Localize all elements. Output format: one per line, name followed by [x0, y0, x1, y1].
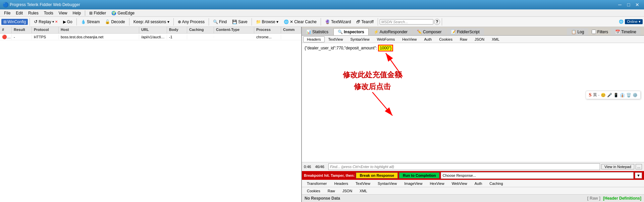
resptab-hexview[interactable]: HexView: [426, 180, 448, 187]
msdn-search-input-area[interactable]: MSDN Search...: [380, 19, 433, 25]
resptab-headers[interactable]: Headers: [331, 180, 352, 187]
toolbar: ⊞ WinConfig ↺ Replay ▾ ✕ ▶ Go 💧 Stream 🔓…: [0, 17, 644, 27]
menu-file[interactable]: File: [1, 10, 13, 16]
menu-rules[interactable]: Rules: [25, 10, 41, 16]
winconfig-button[interactable]: ⊞ WinConfig: [1, 19, 28, 25]
cell-body: -1: [167, 35, 187, 39]
sogou-mic-icon[interactable]: 🎤: [607, 93, 612, 97]
subtab-xml[interactable]: XML: [488, 36, 503, 42]
col-header-contenttype: Content-Type: [214, 27, 254, 33]
statistics-icon: 📊: [306, 30, 311, 34]
sogou-mobile-icon[interactable]: 📱: [613, 93, 619, 97]
status-time: 0:46: [304, 165, 311, 169]
break-on-response-button[interactable]: Break on Response: [356, 172, 398, 178]
subtab-syntaxview[interactable]: SyntaxView: [346, 36, 373, 42]
maximize-button[interactable]: □: [625, 1, 633, 8]
menu-view[interactable]: View: [56, 10, 70, 16]
go-button[interactable]: ▶ Go: [61, 18, 75, 25]
subtab-raw[interactable]: Raw: [456, 36, 471, 42]
keep-sessions-button[interactable]: Keep: All sessions ▾: [131, 18, 172, 25]
find-input[interactable]: [328, 163, 600, 170]
header-definitions-link[interactable]: [Header Definitions]: [603, 196, 641, 201]
subtab-webforms[interactable]: WebForms: [373, 36, 399, 42]
sogou-settings-icon[interactable]: ⚙️: [633, 93, 638, 97]
tab-composer[interactable]: ✏️ Composer: [413, 28, 446, 35]
resptab-transformer[interactable]: Transformer: [303, 180, 331, 187]
col-header-num: #: [0, 27, 12, 33]
raw-link[interactable]: [ Raw ]: [587, 196, 600, 201]
sogou-input-bar: S 英 · 😊 🎤 📱 👔 🗑️ ⚙️: [586, 91, 641, 99]
toolbar-sep-2: [76, 18, 77, 26]
any-process-button[interactable]: ⊕ Any Process: [175, 18, 207, 25]
sogou-lang-icon[interactable]: 英: [593, 92, 597, 98]
run-to-completion-button[interactable]: Run to Completion: [399, 172, 439, 178]
browse-button[interactable]: 📁 Browse ▾: [254, 18, 281, 25]
sogou-emoji-icon[interactable]: 😊: [601, 93, 606, 97]
stream-button[interactable]: 💧 Stream: [78, 18, 102, 25]
svg-line-1: [386, 53, 402, 77]
tab-statistics[interactable]: 📊 Statistics: [302, 28, 333, 35]
find-button[interactable]: 🔍 Find: [211, 18, 229, 25]
sogou-s-icon[interactable]: S: [589, 92, 591, 98]
help-button[interactable]: ?: [434, 19, 440, 25]
subtab-textview[interactable]: TextView: [325, 36, 347, 42]
textwizard-button[interactable]: 🔮 TextWizard: [323, 18, 353, 25]
decode-button[interactable]: 🔓 Decode: [103, 18, 127, 25]
resptab-imageview[interactable]: ImageView: [400, 180, 426, 187]
resptab-caching[interactable]: Caching: [486, 180, 506, 187]
find-more-button[interactable]: ...: [636, 164, 642, 169]
sogou-delete-icon[interactable]: 🗑️: [626, 93, 631, 97]
extratab-cookies[interactable]: Cookies: [303, 188, 324, 194]
subtab-headers[interactable]: Headers: [303, 36, 325, 42]
status-pos: 46/46: [315, 165, 324, 169]
menubar: File Edit Rules Tools View Help ⊞ Fiddle…: [0, 9, 644, 17]
col-header-host: Host: [59, 27, 139, 33]
top-tab-row: 📊 Statistics 🔍 Inspectors ⚡ AutoResponde…: [302, 27, 644, 36]
menu-fiddler[interactable]: ⊞ Fiddler: [87, 10, 109, 16]
minimize-button[interactable]: ─: [616, 1, 624, 8]
extratab-json[interactable]: JSON: [339, 188, 356, 194]
tab-inspectors[interactable]: 🔍 Inspectors: [333, 28, 369, 35]
subtab-hexview[interactable]: HexView: [398, 36, 420, 42]
clear-cache-button[interactable]: 🌐 ✕ Clear Cache: [281, 18, 319, 25]
textwizard-icon: 🔮: [325, 19, 330, 24]
tab-log[interactable]: 📋 Log: [567, 28, 588, 35]
autoresponder-icon: ⚡: [374, 30, 379, 34]
subtab-auth[interactable]: Auth: [421, 36, 436, 42]
col-header-protocol: Protocol: [32, 27, 59, 33]
tab-timeline[interactable]: 📅 Timeline: [611, 28, 641, 35]
stream-icon: 💧: [81, 19, 86, 24]
tab-autoresponder[interactable]: ⚡ AutoResponder: [369, 28, 412, 35]
menu-tools[interactable]: Tools: [41, 10, 56, 16]
filters-checkbox[interactable]: [592, 30, 596, 34]
request-body-text[interactable]: {"dealer_user_id":770,"deposit_amount": …: [302, 43, 644, 53]
right-tabs: 📋 Log Filters 📅 Timeline: [564, 28, 644, 35]
tab-fiddlerscript[interactable]: 📝 FiddlerScript: [446, 28, 484, 35]
online-badge[interactable]: Online ▾: [625, 19, 643, 24]
resptab-textview[interactable]: TextView: [352, 180, 374, 187]
choose-response-input[interactable]: [441, 172, 634, 179]
save-button[interactable]: 💾 Save: [230, 18, 250, 25]
cell-process: chrome...: [254, 35, 281, 39]
choose-response-dropdown[interactable]: ▼: [635, 172, 642, 178]
menu-help[interactable]: Help: [70, 10, 84, 16]
view-notepad-button[interactable]: View in Notepad: [601, 164, 634, 169]
resptab-syntaxview[interactable]: SyntaxView: [374, 180, 400, 187]
tab-filters[interactable]: Filters: [592, 30, 608, 34]
menu-edit[interactable]: Edit: [13, 10, 25, 16]
resptab-webview[interactable]: WebView: [448, 180, 471, 187]
red-arrow-svg-2: [369, 92, 402, 119]
subtab-cookies[interactable]: Cookies: [435, 36, 456, 42]
sogou-skin-icon[interactable]: 👔: [620, 93, 625, 97]
replay-button[interactable]: ↺ Replay ▾ ✕: [32, 18, 60, 25]
extratab-xml[interactable]: XML: [356, 188, 371, 194]
table-row[interactable]: 🔴 1 - HTTPS boss.test.dos.cheanjia.net /…: [0, 34, 301, 40]
subtab-json[interactable]: JSON: [471, 36, 488, 42]
tearoff-button[interactable]: 🗗 Tearoff: [354, 18, 376, 25]
request-highlighted-value[interactable]: 1000"}: [378, 45, 393, 51]
no-response-area: No Response Data [ Raw ] [Header Definit…: [302, 195, 644, 202]
menu-geoedge[interactable]: 🌍 GeoEdge: [109, 10, 137, 16]
extratab-raw[interactable]: Raw: [324, 188, 339, 194]
resptab-auth[interactable]: Auth: [471, 180, 486, 187]
close-button[interactable]: ✕: [633, 1, 641, 8]
